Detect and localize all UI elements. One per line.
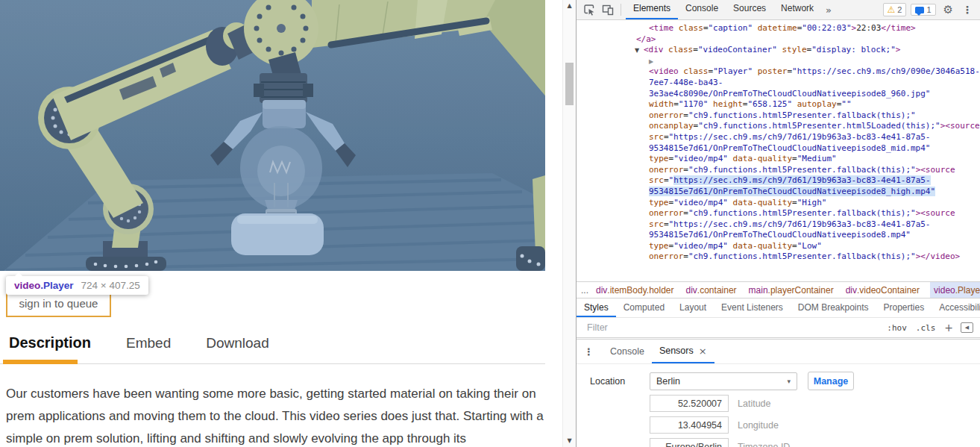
code-line[interactable]: 7ee7-448e-ba43- [577, 78, 980, 89]
toggle-hover-state-button[interactable]: :hov [887, 323, 907, 333]
devtools-tab-elements[interactable]: Elements [626, 0, 678, 19]
message-count: 1 [926, 5, 931, 14]
inspect-tooltip: video.Player 724 × 407.25 [6, 276, 148, 295]
longitude-input[interactable]: 13.404954 [650, 416, 729, 434]
tooltip-element-dimensions: 724 × 407.25 [81, 280, 140, 291]
geolocation-field-row: 52.520007Latitude [650, 395, 980, 412]
code-line[interactable]: 9534815e7d61/OnPremToTheCloudCloudNative… [577, 187, 980, 198]
sensors-panel: Location Berlin ▾ Manage 52.520007Latitu… [577, 364, 980, 447]
code-line[interactable]: type="video/mp4" data-quality="Low" [577, 241, 980, 252]
code-line[interactable]: onerror="ch9.functions.html5Presenter.fa… [577, 110, 980, 122]
code-line[interactable]: type="video/mp4" data-quality="Medium" [577, 154, 980, 165]
code-line[interactable]: onerror="ch9.functions.html5Presenter.fa… [577, 165, 980, 176]
manage-locations-button[interactable]: Manage [808, 372, 854, 390]
devtools-toolbar: ElementsConsoleSourcesNetwork » ⚠ 2 1 ⚙ … [577, 0, 980, 20]
tooltip-element-tag: video [14, 280, 40, 291]
dock-sidebar-icon[interactable]: ◀ [961, 322, 973, 333]
drawer-toolbar: ⋮ ConsoleSensors× [577, 340, 980, 364]
drawer-tab-sensors[interactable]: Sensors× [652, 340, 714, 363]
messages-badge[interactable]: 1 [911, 4, 935, 16]
breadcrumb-overflow[interactable]: ... [581, 282, 588, 298]
close-icon[interactable]: × [699, 346, 707, 357]
scrollbar-thumb[interactable] [565, 63, 574, 105]
code-line[interactable]: oncanplay="ch9.functions.html5Presenter.… [577, 121, 980, 132]
video-description: Our customers have been wanting some mor… [6, 383, 550, 447]
drawer-tab-bar: ConsoleSensors× [603, 340, 714, 363]
breadcrumb-item-div[interactable]: div.container [685, 282, 738, 298]
styles-tab-layout[interactable]: Layout [672, 298, 714, 317]
latitude-label: Latitude [738, 398, 770, 409]
code-line[interactable]: ▼<div class="videoContainer" style="disp… [577, 45, 980, 56]
tabs-divider [0, 363, 545, 364]
more-tabs-icon[interactable]: » [821, 4, 836, 16]
devtools-menu-icon[interactable]: ⋮ [962, 4, 973, 16]
breadcrumb: ...div.itemBody.holderdiv.containermain.… [577, 281, 980, 298]
code-line[interactable]: ▶ [577, 56, 980, 67]
warning-count: 2 [897, 5, 902, 14]
tab-download[interactable]: Download [206, 335, 269, 351]
code-line[interactable]: </a> [577, 34, 980, 46]
geolocation-fields: 52.520007Latitude13.404954LongitudeEurop… [590, 395, 980, 447]
styles-tab-styles[interactable]: Styles [577, 298, 616, 317]
code-line[interactable]: src="https://sec.ch9.ms/ch9/7d61/19b963a… [577, 132, 980, 143]
scrollbar-up-arrow-icon[interactable]: ▲ [563, 1, 576, 11]
tab-description[interactable]: Description [9, 334, 91, 351]
timezone-id-input[interactable]: Europe/Berlin [650, 438, 729, 447]
breadcrumb-item-div[interactable]: div.itemBody.holder [594, 282, 676, 298]
code-line[interactable]: src="https://sec.ch9.ms/ch9/7d61/19b963a… [577, 175, 980, 187]
code-line[interactable]: <video class="Player" poster="https://se… [577, 66, 980, 78]
warnings-badge[interactable]: ⚠ 2 [883, 3, 907, 16]
styles-tab-accessibility[interactable]: Accessibility [932, 298, 980, 317]
breadcrumb-item-div[interactable]: div.videoContainer [844, 282, 921, 298]
styles-filter-bar: :hov .cls + ◀ [577, 318, 980, 338]
code-line[interactable]: <time class="caption" datetime="00:22:03… [577, 23, 980, 34]
code-line[interactable]: src="https://sec.ch9.ms/ch9/7d61/19b963a… [577, 219, 980, 231]
screen: sign in to queue video.Player 724 × 407.… [0, 0, 980, 447]
styles-sidebar-tabs: StylesComputedLayoutEvent ListenersDOM B… [577, 298, 980, 318]
video-poster[interactable] [0, 0, 545, 271]
device-toolbar-icon[interactable] [602, 4, 614, 16]
new-style-rule-button[interactable]: + [944, 322, 953, 334]
drawer-menu-icon[interactable]: ⋮ [584, 346, 594, 357]
styles-tab-properties[interactable]: Properties [876, 298, 932, 317]
message-bubble-icon [915, 7, 924, 13]
toolbar-separator [621, 4, 621, 16]
warning-icon: ⚠ [888, 4, 896, 15]
code-line[interactable]: width="1170" height="658.125" autoplay="… [577, 99, 980, 110]
devtools-tab-bar: ElementsConsoleSourcesNetwork [626, 0, 821, 19]
page-scrollbar[interactable]: ▲ ▼ [562, 0, 576, 447]
code-line[interactable]: 9534815e7d61/OnPremToTheCloudCloudNative… [577, 143, 980, 154]
devtools-tab-console[interactable]: Console [678, 0, 726, 19]
devtools-panel: ElementsConsoleSourcesNetwork » ⚠ 2 1 ⚙ … [576, 0, 980, 447]
styles-tab-dom-breakpoints[interactable]: DOM Breakpoints [791, 298, 876, 317]
inspect-element-icon[interactable] [583, 4, 595, 16]
code-line[interactable]: 9534815e7d61/OnPremToTheCloudCloudNative… [577, 230, 980, 241]
latitude-input[interactable]: 52.520007 [650, 395, 729, 412]
tab-embed[interactable]: Embed [126, 335, 171, 351]
code-line[interactable]: type="video/mp4" data-quality="High" [577, 198, 980, 209]
tooltip-element-class: .Player [40, 280, 73, 291]
geolocation-field-row: 13.404954Longitude [650, 416, 980, 434]
geolocation-field-row: Europe/BerlinTimezone ID [650, 438, 980, 447]
robot-illustration [0, 0, 545, 271]
drawer-tab-console[interactable]: Console [603, 340, 652, 363]
code-line[interactable]: onerror="ch9.functions.html5Presenter.fa… [577, 208, 980, 219]
breadcrumb-item-main[interactable]: main.playerContainer [747, 282, 835, 298]
styles-filter-input[interactable] [585, 322, 878, 334]
devtools-tab-network[interactable]: Network [773, 0, 821, 19]
location-label: Location [590, 376, 650, 387]
chevron-down-icon: ▾ [787, 378, 791, 385]
styles-tab-event-listeners[interactable]: Event Listeners [714, 298, 791, 317]
scrollbar-down-arrow-icon[interactable]: ▼ [563, 436, 576, 446]
devtools-drawer: ⋮ ConsoleSensors× Location Berlin ▾ Mana… [577, 339, 980, 447]
code-line[interactable]: onerror="ch9.functions.html5Presenter.fa… [577, 251, 980, 263]
elements-tree[interactable]: <time class="caption" datetime="00:22:03… [577, 19, 980, 285]
toggle-class-button[interactable]: .cls [916, 323, 936, 333]
settings-gear-icon[interactable]: ⚙ [943, 3, 953, 16]
breadcrumb-item-video[interactable]: video.Player [930, 282, 980, 298]
location-select[interactable]: Berlin ▾ [650, 372, 797, 390]
styles-tab-computed[interactable]: Computed [616, 298, 672, 317]
longitude-label: Longitude [738, 420, 779, 431]
devtools-tab-sources[interactable]: Sources [726, 0, 773, 19]
code-line[interactable]: 3e3ae4c8090e/OnPremToTheCloudCloudNative… [577, 89, 980, 100]
